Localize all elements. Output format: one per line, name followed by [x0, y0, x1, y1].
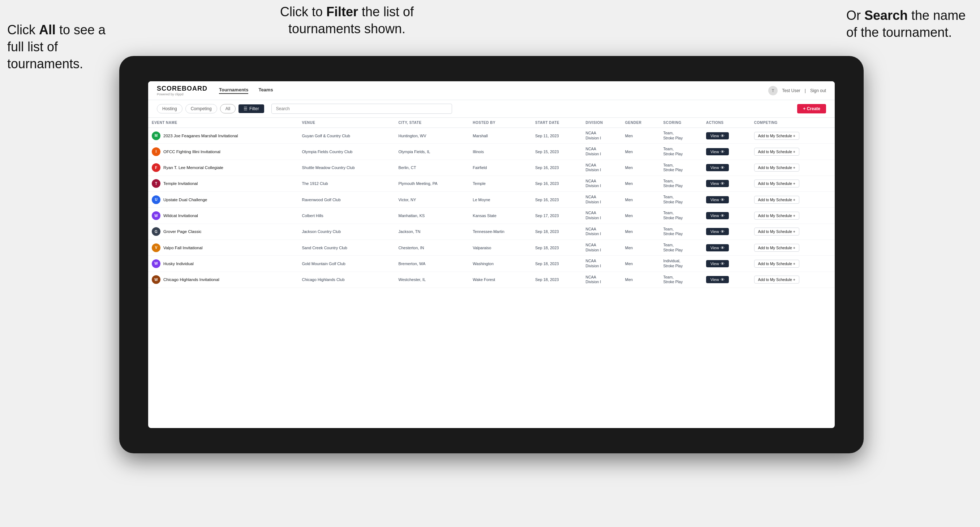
view-button-3[interactable]: View 👁 [706, 180, 729, 187]
annotation-top-right: Or Search the name of the tournament. [846, 7, 969, 41]
cell-scoring-1: Team,Stroke Play [660, 144, 703, 160]
nav-tournaments[interactable]: Tournaments [219, 87, 248, 94]
cell-event-name-2: F Ryan T. Lee Memorial Collegiate [148, 160, 299, 176]
view-button-8[interactable]: View 👁 [706, 260, 729, 267]
tab-competing[interactable]: Competing [185, 104, 217, 113]
col-event-name: Event Name [148, 118, 299, 128]
cell-venue-2: Shuttle Meadow Country Club [299, 160, 395, 176]
schedule-button-5[interactable]: Add to My Schedule + [754, 212, 799, 220]
logo-sub: Powered by clippd [157, 92, 207, 96]
event-name-text-3: Temple Invitational [163, 181, 198, 186]
cell-actions-9: View 👁 [703, 271, 751, 287]
view-button-5[interactable]: View 👁 [706, 212, 729, 219]
cell-event-name-7: V Valpo Fall Invitational [148, 240, 299, 256]
cell-gender-0: Men [622, 128, 660, 144]
cell-hosted-6: Tennessee-Martin [469, 224, 531, 240]
schedule-button-8[interactable]: Add to My Schedule + [754, 260, 799, 268]
table-row: G Grover Page Classic Jackson Country Cl… [148, 224, 835, 240]
user-name: Test User [782, 88, 800, 93]
schedule-button-1[interactable]: Add to My Schedule + [754, 148, 799, 156]
schedule-button-3[interactable]: Add to My Schedule + [754, 179, 799, 187]
cell-city-2: Berlin, CT [395, 160, 469, 176]
search-input[interactable] [271, 104, 452, 114]
cell-venue-4: Ravenwood Golf Club [299, 192, 395, 208]
view-button-2[interactable]: View 👁 [706, 164, 729, 171]
cell-city-1: Olympia Fields, IL [395, 144, 469, 160]
view-button-6[interactable]: View 👁 [706, 228, 729, 235]
nav-teams[interactable]: Teams [258, 87, 273, 94]
eye-icon-2: 👁 [721, 165, 724, 170]
cell-division-3: NCAADivision I [582, 176, 622, 191]
tablet-screen: SCOREBOARD Powered by clippd Tournaments… [148, 81, 835, 428]
view-button-0[interactable]: View 👁 [706, 132, 729, 140]
cell-actions-7: View 👁 [703, 240, 751, 256]
table-header-row: Event Name Venue City, State Hosted By S… [148, 118, 835, 128]
cell-event-name-3: T Temple Invitational [148, 176, 299, 191]
cell-hosted-7: Valparaiso [469, 240, 531, 256]
schedule-button-0[interactable]: Add to My Schedule + [754, 132, 799, 140]
cell-city-8: Bremerton, WA [395, 256, 469, 271]
cell-event-name-4: U Upstate Dual Challenge [148, 192, 299, 208]
cell-city-0: Huntington, WV [395, 128, 469, 144]
schedule-button-6[interactable]: Add to My Schedule + [754, 227, 799, 235]
cell-hosted-4: Le Moyne [469, 192, 531, 208]
team-logo-6: G [152, 227, 161, 236]
cell-gender-9: Men [622, 271, 660, 287]
col-venue: Venue [299, 118, 395, 128]
nav-links: Tournaments Teams [219, 87, 768, 94]
eye-icon-6: 👁 [721, 229, 724, 234]
eye-icon-1: 👁 [721, 149, 724, 154]
create-button[interactable]: + Create [797, 104, 826, 113]
cell-division-6: NCAADivision I [582, 224, 622, 240]
view-button-9[interactable]: View 👁 [706, 276, 729, 283]
schedule-button-2[interactable]: Add to My Schedule + [754, 163, 799, 171]
team-logo-0: M [152, 132, 161, 140]
view-button-7[interactable]: View 👁 [706, 244, 729, 251]
eye-icon-9: 👁 [721, 278, 724, 282]
cell-division-4: NCAADivision I [582, 192, 622, 208]
cell-venue-7: Sand Creek Country Club [299, 240, 395, 256]
team-logo-5: W [152, 211, 161, 220]
filter-button[interactable]: ☰ Filter [239, 105, 264, 113]
cell-competing-0: Add to My Schedule + [751, 128, 835, 144]
cell-venue-3: The 1912 Club [299, 176, 395, 191]
schedule-button-9[interactable]: Add to My Schedule + [754, 276, 799, 284]
filter-icon: ☰ [243, 106, 248, 111]
schedule-button-7[interactable]: Add to My Schedule + [754, 244, 799, 252]
cell-city-7: Chesterton, IN [395, 240, 469, 256]
cell-scoring-7: Team,Stroke Play [660, 240, 703, 256]
table-row: V Valpo Fall Invitational Sand Creek Cou… [148, 240, 835, 256]
filter-label: Filter [249, 106, 259, 111]
cell-venue-6: Jackson Country Club [299, 224, 395, 240]
view-button-4[interactable]: View 👁 [706, 196, 729, 203]
cell-city-6: Jackson, TN [395, 224, 469, 240]
cell-division-8: NCAADivision I [582, 256, 622, 271]
cell-date-8: Sep 18, 2023 [531, 256, 582, 271]
schedule-button-4[interactable]: Add to My Schedule + [754, 196, 799, 204]
cell-gender-7: Men [622, 240, 660, 256]
view-button-1[interactable]: View 👁 [706, 148, 729, 155]
col-competing: Competing [751, 118, 835, 128]
event-name-text-2: Ryan T. Lee Memorial Collegiate [163, 165, 223, 170]
cell-hosted-3: Temple [469, 176, 531, 191]
team-logo-7: V [152, 243, 161, 252]
cell-date-7: Sep 18, 2023 [531, 240, 582, 256]
team-logo-8: W [152, 259, 161, 268]
cell-hosted-0: Marshall [469, 128, 531, 144]
cell-date-1: Sep 15, 2023 [531, 144, 582, 160]
cell-scoring-4: Team,Stroke Play [660, 192, 703, 208]
cell-gender-3: Men [622, 176, 660, 191]
cell-actions-4: View 👁 [703, 192, 751, 208]
cell-venue-0: Guyan Golf & Country Club [299, 128, 395, 144]
eye-icon-7: 👁 [721, 246, 724, 250]
cell-division-1: NCAADivision I [582, 144, 622, 160]
tab-hosting[interactable]: Hosting [157, 104, 183, 113]
cell-division-9: NCAADivision I [582, 271, 622, 287]
sign-out-link[interactable]: Sign out [810, 88, 826, 93]
col-actions: Actions [703, 118, 751, 128]
cell-competing-2: Add to My Schedule + [751, 160, 835, 176]
cell-venue-5: Colbert Hills [299, 208, 395, 224]
event-name-text-0: 2023 Joe Feaganes Marshall Invitational [163, 133, 238, 138]
cell-event-name-9: W Chicago Highlands Invitational [148, 271, 299, 287]
tab-all[interactable]: All [220, 104, 235, 113]
